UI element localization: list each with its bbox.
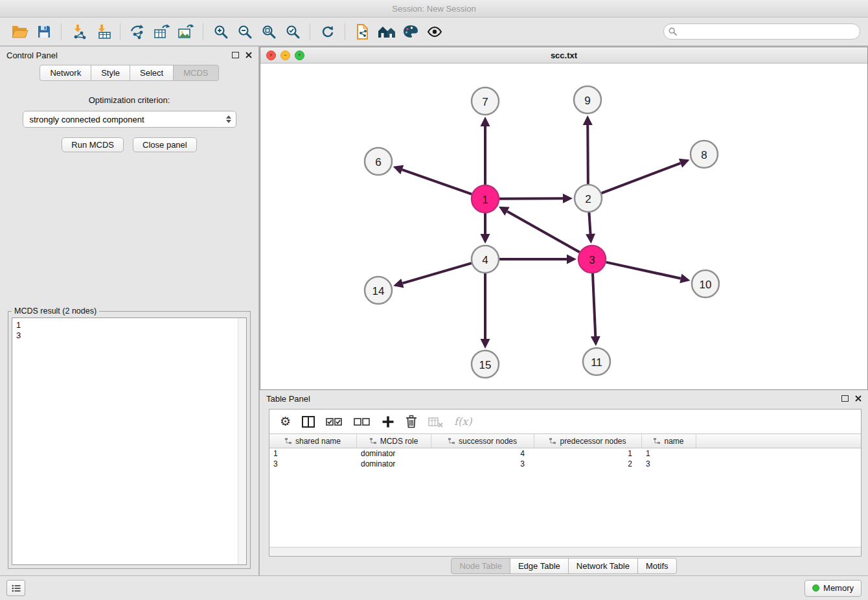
table-header-row: shared name MCDS role successor nodes bbox=[269, 433, 861, 448]
node-1[interactable]: 1 bbox=[472, 185, 499, 213]
task-history-button[interactable] bbox=[6, 580, 25, 596]
zoom-out-button[interactable] bbox=[233, 21, 257, 43]
node-2[interactable]: 2 bbox=[575, 185, 602, 212]
search-input[interactable] bbox=[680, 27, 855, 37]
zoom-in-button[interactable] bbox=[209, 21, 233, 43]
node-15[interactable]: 15 bbox=[472, 351, 499, 378]
edge-3-10[interactable] bbox=[606, 262, 680, 279]
tab-edge-table[interactable]: Edge Table bbox=[510, 558, 569, 574]
node-label-11: 11 bbox=[591, 356, 602, 369]
table-horizontal-scrollbar[interactable] bbox=[269, 547, 861, 556]
zoom-window-icon[interactable]: + bbox=[295, 51, 304, 60]
edge-1-2[interactable] bbox=[499, 198, 563, 199]
edge-2-8[interactable] bbox=[602, 163, 681, 193]
table-row[interactable]: 3 dominator 3 2 3 bbox=[269, 459, 861, 469]
cell-mcds-role[interactable]: dominator bbox=[357, 459, 431, 469]
criterion-select[interactable]: strongly connected component bbox=[23, 111, 236, 128]
close-panel-icon[interactable] bbox=[246, 52, 252, 58]
search-icon bbox=[668, 27, 677, 36]
edge-3-1[interactable] bbox=[507, 211, 580, 252]
network-document-button[interactable] bbox=[350, 21, 374, 43]
cell-name[interactable]: 3 bbox=[642, 459, 696, 469]
edge-3-11[interactable] bbox=[593, 273, 595, 336]
table-row[interactable]: 1 dominator 4 1 1 bbox=[269, 448, 861, 459]
cell-predecessor-nodes[interactable]: 2 bbox=[534, 459, 642, 469]
run-mcds-button[interactable]: Run MCDS bbox=[62, 137, 124, 152]
traffic-lights: × − + bbox=[266, 47, 304, 63]
close-panel-button[interactable]: Close panel bbox=[133, 137, 197, 152]
node-10[interactable]: 10 bbox=[692, 270, 719, 297]
node-14[interactable]: 14 bbox=[365, 277, 392, 304]
node-8[interactable]: 8 bbox=[691, 141, 718, 168]
table-settings-gear-icon[interactable]: ⚙ bbox=[280, 415, 291, 428]
zoom-fit-button[interactable] bbox=[257, 21, 280, 43]
edge-2-3[interactable] bbox=[589, 213, 590, 234]
result-item[interactable]: 1 bbox=[16, 320, 242, 330]
open-folder-icon bbox=[12, 25, 29, 39]
edge-1-6[interactable] bbox=[402, 170, 472, 194]
close-table-panel-icon[interactable] bbox=[855, 395, 862, 402]
zoom-selected-button[interactable] bbox=[280, 21, 304, 43]
float-panel-icon[interactable] bbox=[232, 52, 239, 58]
add-row-icon[interactable] bbox=[382, 415, 394, 428]
import-network-button[interactable] bbox=[67, 21, 91, 43]
delete-rows-icon[interactable] bbox=[405, 415, 417, 428]
column-header-shared-name[interactable]: shared name bbox=[269, 434, 357, 448]
cell-mcds-role[interactable]: dominator bbox=[357, 448, 431, 459]
column-header-successor-nodes[interactable]: successor nodes bbox=[431, 434, 534, 448]
network-window: × − + scc.txt 7968124314101511 bbox=[260, 47, 868, 390]
node-6[interactable]: 6 bbox=[365, 148, 392, 175]
cell-shared-name[interactable]: 3 bbox=[269, 459, 357, 469]
export-network-button[interactable] bbox=[126, 21, 150, 43]
cell-successor-nodes[interactable]: 3 bbox=[431, 459, 534, 469]
memory-button[interactable]: Memory bbox=[805, 580, 862, 597]
network-graph[interactable]: 7968124314101511 bbox=[260, 63, 867, 389]
node-9[interactable]: 9 bbox=[574, 86, 601, 113]
criterion-selected-value: strongly connected component bbox=[30, 115, 225, 124]
node-3[interactable]: 3 bbox=[578, 246, 606, 273]
style-button[interactable] bbox=[398, 21, 422, 43]
home-button[interactable] bbox=[374, 21, 398, 43]
export-image-button[interactable] bbox=[174, 21, 198, 43]
cell-name[interactable]: 1 bbox=[642, 448, 696, 459]
node-4[interactable]: 4 bbox=[472, 246, 499, 273]
arrowhead-2-9 bbox=[583, 115, 593, 125]
column-header-name[interactable]: name bbox=[642, 434, 696, 448]
tab-mcds[interactable]: MCDS bbox=[173, 65, 218, 81]
edge-4-14[interactable] bbox=[402, 263, 471, 283]
node-label-7: 7 bbox=[482, 96, 488, 108]
column-label: name bbox=[664, 437, 683, 446]
tab-motifs[interactable]: Motifs bbox=[637, 558, 677, 574]
tab-network[interactable]: Network bbox=[40, 65, 91, 81]
save-session-button[interactable] bbox=[32, 21, 56, 43]
result-item[interactable]: 3 bbox=[16, 330, 242, 341]
column-label: shared name bbox=[295, 437, 341, 446]
float-table-panel-icon[interactable] bbox=[841, 395, 849, 402]
delete-table-icon-disabled bbox=[428, 416, 443, 428]
cell-predecessor-nodes[interactable]: 1 bbox=[534, 448, 642, 459]
column-header-predecessor-nodes[interactable]: predecessor nodes bbox=[534, 434, 642, 448]
column-header-mcds-role[interactable]: MCDS role bbox=[357, 434, 431, 448]
open-session-button[interactable] bbox=[8, 21, 32, 43]
export-table-button[interactable] bbox=[150, 21, 174, 43]
tab-node-table[interactable]: Node Table bbox=[451, 558, 510, 574]
cell-shared-name[interactable]: 1 bbox=[269, 448, 357, 459]
network-canvas-area[interactable]: 7968124314101511 bbox=[260, 63, 867, 389]
import-table-button[interactable] bbox=[91, 21, 115, 43]
edge-2-9[interactable] bbox=[588, 125, 588, 184]
tab-select[interactable]: Select bbox=[130, 65, 174, 81]
tab-network-table[interactable]: Network Table bbox=[568, 558, 638, 574]
mcds-result-list[interactable]: 1 3 bbox=[12, 317, 247, 565]
minimize-window-icon[interactable]: − bbox=[280, 51, 290, 60]
cell-successor-nodes[interactable]: 4 bbox=[431, 448, 534, 459]
close-window-icon[interactable]: × bbox=[266, 51, 276, 60]
node-11[interactable]: 11 bbox=[583, 348, 610, 375]
select-all-rows-icon[interactable] bbox=[326, 417, 343, 426]
show-graphics-button[interactable] bbox=[422, 21, 446, 43]
zoom-out-icon bbox=[237, 24, 253, 40]
node-7[interactable]: 7 bbox=[472, 87, 499, 115]
tab-style[interactable]: Style bbox=[91, 65, 130, 81]
apply-layout-button[interactable] bbox=[315, 21, 339, 43]
unselect-all-rows-icon[interactable] bbox=[354, 417, 371, 426]
split-columns-icon[interactable] bbox=[302, 416, 315, 428]
